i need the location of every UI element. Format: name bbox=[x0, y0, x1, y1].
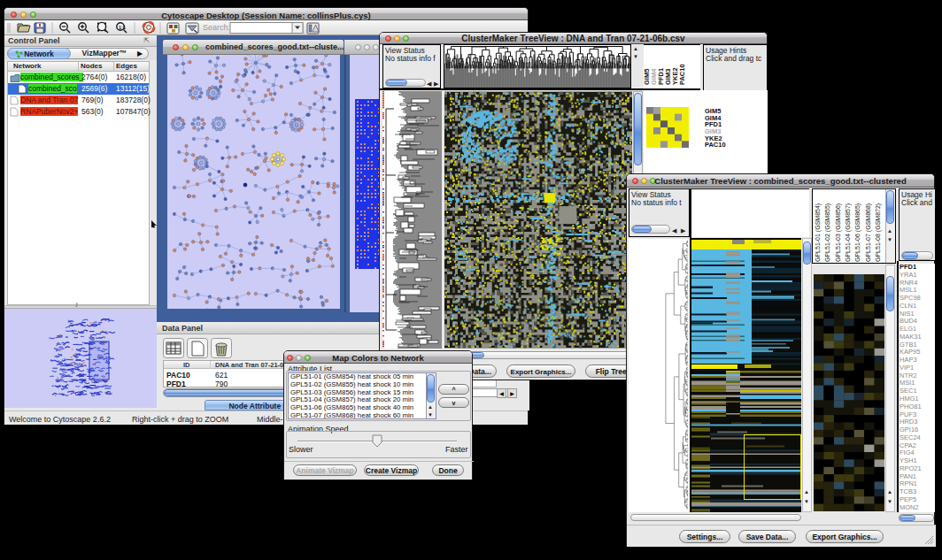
svg-text:1:1: 1:1 bbox=[119, 25, 126, 30]
svg-text:Search:: Search: bbox=[203, 23, 230, 32]
